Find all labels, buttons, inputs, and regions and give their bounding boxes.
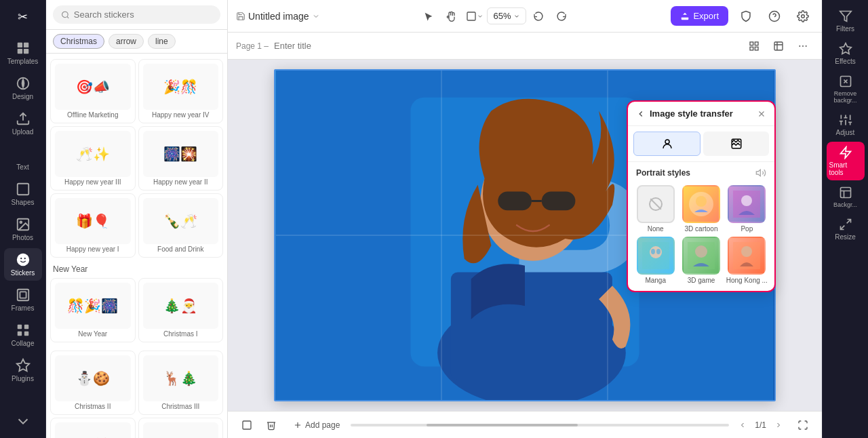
sticker-item-happy-newyear-i[interactable]: 🎁🎈 Happy new year I [50, 193, 136, 258]
effects-button[interactable]: Effects [827, 38, 865, 69]
svg-marker-60 [840, 12, 851, 22]
svg-point-56 [695, 245, 707, 258]
sticker-item-happy-newyear-ii[interactable]: 🎆🎇 Happy new year II [138, 126, 224, 191]
style-option-hong-kong[interactable]: Hong Kong ... [726, 237, 768, 284]
toolbar-group: 65% [418, 5, 572, 27]
chip-line[interactable]: line [148, 34, 176, 49]
logo-icon[interactable]: ✂ [4, 5, 42, 28]
add-page-icon-button[interactable] [236, 414, 258, 436]
zoom-display[interactable]: 65% [487, 7, 526, 24]
sticker-item-christmas-iv[interactable]: 🎀🎁 Christmas IV [50, 418, 136, 438]
sidebar-item-design[interactable]: Design [4, 72, 42, 104]
sidebar-item-stickers[interactable]: Stickers [4, 248, 42, 281]
chip-christmas[interactable]: Christmas [53, 34, 104, 49]
sticker-grid-3: 🎁🎈 Happy new year I 🍾🥂 Food and Drink [50, 193, 223, 258]
style-option-pop[interactable]: Pop [726, 185, 768, 233]
chip-arrow[interactable]: arrow [108, 34, 144, 49]
tab-portrait[interactable] [633, 132, 701, 156]
shield-icon-button[interactable] [735, 5, 757, 27]
svg-rect-36 [498, 192, 532, 211]
sidebar-item-shapes[interactable]: Shapes [4, 178, 42, 210]
sidebar-item-photos[interactable]: Photos [4, 213, 42, 245]
sidebar-item-templates[interactable]: Templates [4, 37, 42, 69]
svg-rect-16 [24, 332, 28, 336]
svg-point-17 [62, 12, 68, 18]
svg-point-8 [16, 254, 28, 266]
panel-title: Image style transfer [650, 108, 753, 119]
style-option-none[interactable]: None [635, 185, 676, 233]
style-option-3d-cartoon[interactable]: 3D cartoon [680, 185, 722, 233]
svg-rect-37 [542, 192, 576, 211]
help-icon-button[interactable] [764, 5, 785, 27]
audio-icon [755, 167, 766, 178]
adjust-button[interactable]: Adjust [827, 109, 865, 140]
svg-point-50 [741, 195, 752, 206]
hand-tool-button[interactable] [441, 5, 462, 27]
undo-button[interactable] [528, 5, 549, 27]
background-button[interactable]: Backgr... [827, 182, 865, 212]
panel-back-button[interactable] [636, 109, 646, 119]
svg-point-10 [24, 258, 25, 259]
page-tools [743, 35, 814, 57]
panel-close-button[interactable] [757, 109, 766, 119]
sidebar-item-upload[interactable]: Upload [4, 107, 42, 140]
redo-button[interactable] [551, 5, 572, 27]
scroll-thumb [427, 424, 578, 426]
sticker-item-offline-marketing[interactable]: 🎯📣 Offline Marketing [50, 59, 136, 123]
bottom-left-tools [236, 414, 282, 436]
sticker-item-christmas-v[interactable]: ❄️🌟 Christmas V [138, 418, 224, 438]
svg-rect-21 [750, 42, 753, 45]
svg-marker-61 [840, 43, 851, 54]
svg-rect-24 [755, 47, 758, 50]
style-thumb-pop [728, 185, 766, 223]
resize-button[interactable]: Resize [827, 214, 865, 245]
more-options-button[interactable] [792, 35, 814, 57]
sticker-scroll[interactable]: 🎯📣 Offline Marketing 🎉🎊 Happy new year I… [46, 54, 227, 438]
sidebar-item-plugins[interactable]: Plugins [4, 354, 42, 386]
add-page-button[interactable]: Add page [288, 418, 345, 433]
doc-title[interactable]: Untitled image [236, 11, 320, 22]
filters-button[interactable]: Filters [827, 5, 865, 37]
sidebar-item-frames[interactable]: Frames [4, 283, 42, 316]
export-button[interactable]: Export [671, 6, 728, 26]
search-input[interactable] [74, 9, 212, 20]
svg-point-9 [20, 258, 22, 259]
sticker-item-happy-newyear-iv[interactable]: 🎉🎊 Happy new year IV [138, 59, 224, 123]
frame-selector-button[interactable] [464, 5, 486, 27]
sticker-item-christmas-iii[interactable]: 🦌🎄 Christmas III [138, 351, 224, 415]
collapse-sidebar-button[interactable] [4, 410, 42, 433]
sticker-grid-2: 🥂✨ Happy new year III 🎆🎇 Happy new year … [50, 126, 223, 191]
canvas-area: P [228, 60, 822, 411]
sticker-grid-newyear: 🎊🎉🎆 New Year 🎄🎅 Christmas I [50, 278, 223, 342]
svg-rect-59 [243, 421, 251, 429]
sticker-item-christmas-i[interactable]: 🎄🎅 Christmas I [138, 278, 224, 342]
svg-rect-2 [17, 49, 22, 54]
next-page-button[interactable] [770, 417, 787, 433]
svg-line-75 [840, 226, 844, 230]
sticker-item-christmas-ii[interactable]: ⛄🍪 Christmas II [50, 351, 136, 415]
tab-scene[interactable] [703, 132, 769, 156]
sidebar-item-text[interactable]: Text [4, 142, 42, 175]
top-bar: Untitled image 65% [228, 0, 822, 33]
fullscreen-button[interactable] [792, 414, 814, 436]
sticker-item-happy-newyear-iii[interactable]: 🥂✨ Happy new year III [50, 126, 136, 191]
page-title-input[interactable] [274, 41, 388, 51]
sidebar-item-collage[interactable]: Collage [4, 319, 42, 351]
trash-button[interactable] [260, 414, 282, 436]
sticker-item-food-drink[interactable]: 🍾🥂 Food and Drink [138, 193, 224, 258]
remove-bg-button[interactable]: Remove backgr... [827, 71, 865, 108]
scroll-track[interactable] [351, 424, 729, 426]
style-option-3d-game[interactable]: 3D game [680, 237, 722, 284]
search-box[interactable] [53, 5, 220, 24]
style-panel: Image style transfer Portrait styles [627, 100, 776, 292]
cursor-tool-button[interactable] [418, 5, 439, 27]
prev-page-button[interactable] [734, 417, 751, 433]
svg-rect-18 [467, 12, 475, 20]
layout-button[interactable] [768, 35, 789, 57]
style-option-manga[interactable]: Manga [635, 237, 676, 284]
sticker-item-new-year[interactable]: 🎊🎉🎆 New Year [50, 278, 136, 342]
svg-rect-12 [20, 292, 26, 298]
grid-view-button[interactable] [743, 35, 765, 57]
smart-tools-button[interactable]: Smart tools [827, 142, 865, 180]
settings-icon-button[interactable] [792, 5, 814, 27]
